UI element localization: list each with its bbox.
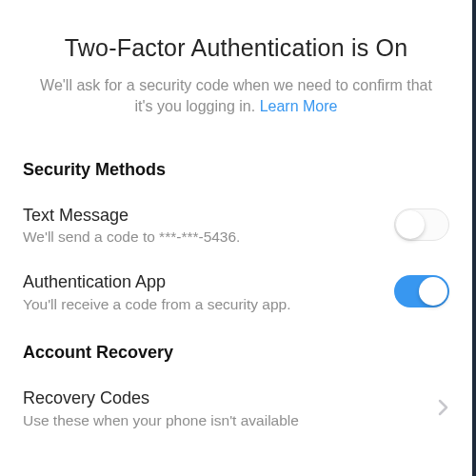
learn-more-link[interactable]: Learn More [260, 98, 338, 114]
page-subtitle-text: We'll ask for a security code when we ne… [40, 77, 432, 114]
page-title: Two-Factor Authentication is On [23, 0, 449, 62]
text-message-toggle[interactable] [394, 208, 449, 241]
row-authentication-app: Authentication App You'll receive a code… [23, 271, 449, 314]
recovery-codes-title: Recovery Codes [23, 387, 426, 409]
settings-screen: Two-Factor Authentication is On We'll as… [0, 0, 476, 476]
auth-app-title: Authentication App [23, 271, 383, 293]
recovery-codes-desc: Use these when your phone isn't availabl… [23, 411, 426, 430]
auth-app-desc: You'll receive a code from a security ap… [23, 295, 383, 314]
row-recovery-codes[interactable]: Recovery Codes Use these when your phone… [23, 387, 449, 430]
toggle-knob [396, 210, 425, 239]
chevron-right-icon [438, 399, 449, 420]
row-text-message-text: Text Message We'll send a code to ***-**… [23, 205, 394, 248]
text-message-title: Text Message [23, 205, 383, 227]
row-auth-app-text: Authentication App You'll receive a code… [23, 271, 394, 314]
authentication-app-toggle[interactable] [394, 275, 449, 307]
section-account-recovery: Account Recovery [23, 343, 449, 363]
toggle-knob [419, 277, 447, 306]
text-message-desc: We'll send a code to ***-***-5436. [23, 228, 383, 247]
section-security-methods: Security Methods [23, 160, 449, 180]
content: Two-Factor Authentication is On We'll as… [0, 0, 472, 430]
row-text-message: Text Message We'll send a code to ***-**… [23, 205, 449, 248]
page-subtitle: We'll ask for a security code when we ne… [23, 75, 449, 118]
recovery-codes-text: Recovery Codes Use these when your phone… [23, 387, 438, 430]
